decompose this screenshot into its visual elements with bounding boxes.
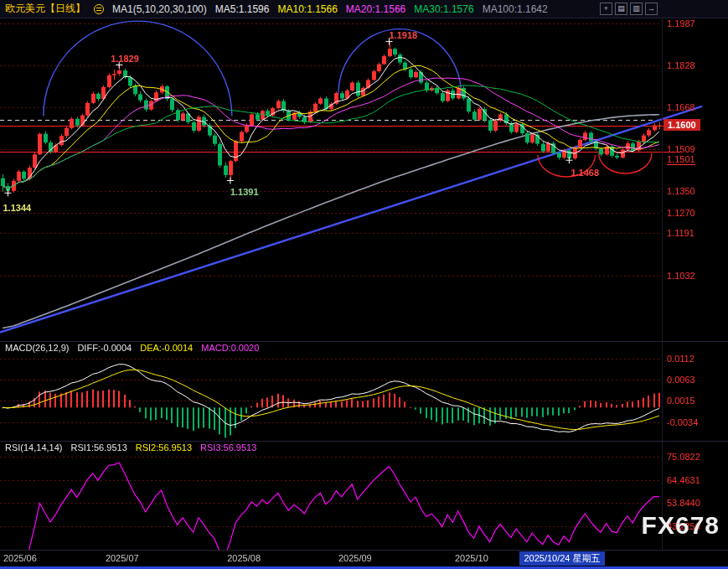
x-axis (0, 551, 728, 566)
panel-separator (0, 441, 728, 442)
rsi-chart-canvas[interactable] (0, 442, 728, 551)
ma20-value: MA20:1.1566 (346, 3, 405, 15)
ma5-value: MA5:1.1596 (215, 3, 270, 15)
macd-chart-canvas[interactable] (0, 342, 728, 442)
panel-separator (0, 550, 728, 551)
main-chart-canvas[interactable] (0, 18, 728, 342)
forex-chart-window: 欧元美元【日线】 MA1(5,10,20,30,100) MA5:1.1596 … (0, 0, 728, 569)
panel-separator (0, 341, 728, 342)
ma10-value: MA10:1.1566 (277, 3, 337, 15)
watermark: FX678 (642, 511, 720, 540)
symbol-title[interactable]: 欧元美元【日线】 (5, 2, 85, 16)
price-axis-divider (662, 18, 663, 551)
next-page-icon[interactable]: → (645, 3, 658, 15)
ma30-value: MA30:1.1576 (414, 3, 473, 15)
ma-settings-label: MA1(5,10,20,30,100) (112, 3, 207, 15)
toolbar: 欧元美元【日线】 MA1(5,10,20,30,100) MA5:1.1596 … (0, 0, 728, 18)
panel-view-icon[interactable]: ▥ (630, 3, 643, 15)
zoom-in-icon[interactable]: + (600, 3, 612, 15)
toolbar-icon-group: + ▤ ▥ → (600, 3, 658, 15)
symbol-menu-icon[interactable] (94, 4, 104, 14)
ma100-value: MA100:1.1642 (483, 3, 548, 15)
grid-view-icon[interactable]: ▤ (615, 3, 627, 15)
